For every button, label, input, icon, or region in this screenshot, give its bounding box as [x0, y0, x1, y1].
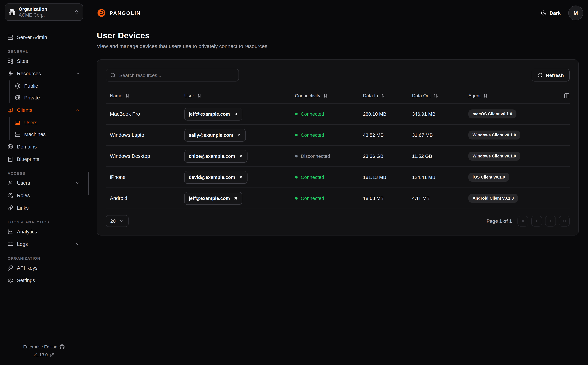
sidebar-item-label: Clients	[17, 107, 72, 113]
user-link-button[interactable]: sally@example.com	[184, 129, 246, 141]
status-dot	[295, 134, 298, 136]
sidebar-item-sites[interactable]: Sites	[5, 56, 83, 67]
globe-lock-icon	[15, 95, 20, 100]
sidebar-item-label: API Keys	[17, 265, 37, 271]
org-switcher[interactable]: Organization ACME Corp.	[5, 3, 83, 21]
theme-toggle[interactable]: Dark	[541, 10, 561, 16]
chevron-down-icon	[119, 218, 124, 224]
chevrons-up-down-icon	[74, 9, 79, 15]
main-area: PANGOLIN Dark M User Devices View and ma…	[88, 0, 588, 365]
sort-icon	[381, 94, 385, 98]
user-link-button[interactable]: jeff@example.com	[184, 108, 242, 120]
agent-badge: Windows Client v0.1.0	[468, 131, 520, 140]
user-link-button[interactable]: david@example.com	[184, 171, 248, 183]
search-input[interactable]	[119, 72, 234, 78]
sidebar-item-analytics[interactable]: Analytics	[5, 226, 83, 237]
server-icon	[7, 35, 13, 40]
data-out-value: 11.52 GB	[408, 153, 464, 159]
sidebar-item-public[interactable]: Public	[12, 80, 83, 91]
sidebar-item-clients[interactable]: Clients	[5, 105, 83, 116]
column-header-connectivity[interactable]: Connectivity	[291, 93, 359, 98]
status-dot	[295, 176, 298, 179]
data-in-value: 43.52 MB	[359, 132, 408, 138]
search-icon	[110, 72, 116, 78]
devices-table: Name User Connectivity Data In	[106, 88, 570, 209]
sidebar-item-api-keys[interactable]: API Keys	[5, 262, 83, 274]
user-link-button[interactable]: jeff@example.com	[184, 192, 242, 205]
table-header-row: Name User Connectivity Data In	[106, 88, 570, 104]
sidebar-item-label: Users	[24, 120, 37, 125]
sidebar-item-links[interactable]: Links	[5, 202, 83, 213]
arrow-up-right-icon	[237, 133, 241, 137]
page-size-value: 20	[110, 218, 116, 224]
user-icon	[7, 180, 13, 186]
column-header-name[interactable]: Name	[106, 93, 180, 98]
chevron-up-icon	[75, 108, 80, 112]
arrow-up-right-icon	[233, 196, 238, 200]
sidebar-item-resources[interactable]: Resources	[5, 68, 83, 79]
arrow-up-right-icon	[233, 112, 238, 116]
sort-icon	[323, 94, 328, 98]
table-row: iPhone david@example.com Connected 181.1…	[106, 167, 570, 188]
status-dot	[295, 197, 298, 200]
sidebar-item-users[interactable]: Users	[5, 177, 83, 189]
pangolin-logo-icon	[97, 8, 106, 18]
device-name: Windows Lapto	[106, 132, 180, 138]
sidebar-item-label: Domains	[17, 144, 37, 149]
resources-subtree: Public Private	[5, 80, 83, 104]
sidebar-item-blueprints[interactable]: Blueprints	[5, 154, 83, 165]
sidebar-scrollbar[interactable]	[88, 172, 89, 195]
sidebar-item-label: Links	[17, 205, 29, 211]
clients-subtree: Users Machines	[5, 116, 83, 140]
sidebar-item-label: Resources	[17, 71, 72, 76]
last-page-button[interactable]	[559, 216, 570, 226]
page-subtitle: View and manage devices that users use t…	[97, 43, 579, 49]
next-page-button[interactable]	[545, 216, 556, 226]
org-switcher-value: ACME Corp.	[19, 12, 71, 18]
sidebar-item-label: Analytics	[17, 229, 37, 234]
column-header-user[interactable]: User	[180, 93, 291, 98]
refresh-button[interactable]: Refresh	[532, 69, 570, 82]
sidebar-item-roles[interactable]: Roles	[5, 190, 83, 201]
brand[interactable]: PANGOLIN	[97, 8, 141, 18]
sidebar-item-machines[interactable]: Machines	[12, 129, 83, 140]
connectivity-status: Disconnected	[291, 153, 359, 159]
edition-link[interactable]: Enterprise Edition	[5, 344, 83, 350]
sidebar-item-private[interactable]: Private	[12, 92, 83, 103]
device-name: iPhone	[106, 174, 180, 180]
column-header-data-out[interactable]: Data Out	[408, 93, 464, 98]
sidebar-item-server-admin[interactable]: Server Admin	[5, 32, 83, 43]
column-header-agent[interactable]: Agent	[464, 93, 560, 98]
data-in-value: 280.10 MB	[359, 111, 408, 117]
sidebar-item-label: Machines	[24, 132, 46, 137]
table-row: Android jeff@example.com Connected 18.63…	[106, 188, 570, 209]
section-label-logs-analytics: LOGS & ANALYTICS	[7, 220, 80, 224]
first-page-button[interactable]	[517, 216, 528, 226]
page-indicator: Page 1 of 1	[486, 218, 512, 224]
sidebar-item-client-users[interactable]: Users	[12, 117, 83, 128]
avatar-initial: M	[574, 10, 578, 16]
status-dot	[295, 155, 298, 157]
sidebar-item-domains[interactable]: Domains	[5, 141, 83, 152]
prev-page-button[interactable]	[531, 216, 542, 226]
theme-toggle-label: Dark	[550, 10, 561, 16]
version-link[interactable]: v1.13.0	[5, 353, 83, 358]
table-row: MacBook Pro jeff@example.com Connected 2…	[106, 104, 570, 125]
column-header-data-in[interactable]: Data In	[359, 93, 408, 98]
moon-icon	[541, 10, 546, 16]
data-out-value: 31.67 MB	[408, 132, 464, 138]
sidebar-nav: Server Admin GENERAL Sites Resources Pub…	[5, 28, 83, 341]
sidebar-item-label: Private	[24, 95, 40, 100]
sidebar-item-logs[interactable]: Logs	[5, 239, 83, 250]
avatar[interactable]: M	[568, 6, 583, 20]
globe-icon	[15, 83, 20, 89]
arrow-up-right-icon	[238, 154, 243, 158]
column-visibility-icon[interactable]	[560, 93, 570, 99]
sidebar-item-settings[interactable]: Settings	[5, 275, 83, 286]
user-link-button[interactable]: chloe@example.com	[184, 150, 248, 162]
laptop-icon	[15, 120, 20, 125]
status-dot	[295, 112, 298, 115]
sidebar-item-label: Users	[17, 180, 72, 186]
page-size-select[interactable]: 20	[106, 215, 129, 227]
agent-badge: Windows Client v0.1.0	[468, 152, 520, 161]
